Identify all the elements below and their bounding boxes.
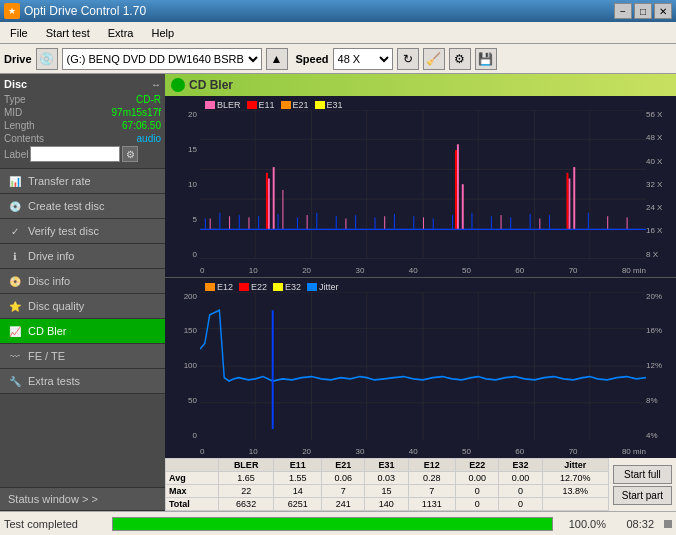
label-gear-button[interactable]: ⚙ [122,146,138,162]
sidebar-item-cd-bler[interactable]: 📈 CD Bler [0,319,165,344]
disc-type-value: CD-R [136,94,161,105]
stats-avg-bler: 1.65 [218,472,274,485]
stats-max-e21: 7 [322,485,365,498]
save-button[interactable]: 💾 [475,48,497,70]
x-label-0: 0 [200,266,204,275]
transfer-rate-icon: 📊 [8,174,22,188]
menu-start-test[interactable]: Start test [38,25,98,41]
svg-rect-43 [455,150,457,229]
start-part-button[interactable]: Start part [613,486,672,505]
sidebar-item-extra-tests-label: Extra tests [28,375,80,387]
chart-container: BLER E11 E21 E31 [165,96,676,511]
refresh-button[interactable]: ↻ [397,48,419,70]
minimize-button[interactable]: − [614,3,632,19]
stats-total-label: Total [166,498,219,511]
sidebar-item-disc-quality-label: Disc quality [28,300,84,312]
legend-e12-color [205,283,215,291]
sidebar-item-drive-info[interactable]: ℹ Drive info [0,244,165,269]
y-right-8pct: 8% [646,396,676,405]
start-full-button[interactable]: Start full [613,465,672,484]
disc-mid-value: 97m15s17f [112,107,161,118]
y-label-150: 150 [165,326,200,335]
svg-rect-26 [433,219,434,229]
stats-avg-e12: 0.28 [408,472,456,485]
stats-max-jitter: 13.8% [542,485,608,498]
lower-x-axis: 0 10 20 30 40 50 60 70 80 min [200,447,646,456]
drive-select[interactable]: (G:) BENQ DVD DD DW1640 BSRB [62,48,262,70]
stats-total-e32: 0 [499,498,542,511]
status-window-button[interactable]: Status window > > [0,487,165,511]
disc-label-key: Label [4,149,28,160]
eject-button[interactable]: ▲ [266,48,288,70]
maximize-button[interactable]: □ [634,3,652,19]
y-right-8x: 8 X [646,250,676,259]
fe-te-icon: 〰 [8,349,22,363]
legend-e21: E21 [281,100,309,110]
y-right-12pct: 12% [646,361,676,370]
start-buttons: Start full Start part [609,458,676,511]
sidebar-item-transfer-rate[interactable]: 📊 Transfer rate [0,169,165,194]
sidebar-item-extra-tests[interactable]: 🔧 Extra tests [0,369,165,394]
verify-test-disc-icon: ✓ [8,224,22,238]
disc-type-row: Type CD-R [4,94,161,105]
window-controls: − □ ✕ [614,3,672,19]
stats-total-e21: 241 [322,498,365,511]
sidebar-item-fe-te[interactable]: 〰 FE / TE [0,344,165,369]
stats-total-e31: 140 [365,498,408,511]
stats-area: BLER E11 E21 E31 E12 E22 E32 Jitter [165,458,676,511]
clear-button[interactable]: 🧹 [423,48,445,70]
disc-contents-value: audio [137,133,161,144]
close-button[interactable]: ✕ [654,3,672,19]
disc-length-value: 67:06.50 [122,120,161,131]
settings-button[interactable]: ⚙ [449,48,471,70]
lower-x-label-80min: 80 min [622,447,646,456]
legend-e32-color [273,283,283,291]
stats-total-e12: 1131 [408,498,456,511]
cd-bler-icon: 📈 [8,324,22,338]
x-label-80min: 80 min [622,266,646,275]
y-right-32x: 32 X [646,180,676,189]
sidebar-item-create-test-disc[interactable]: 💿 Create test disc [0,194,165,219]
status-bar: Test completed 100.0% 08:32 [0,511,676,535]
stats-total-jitter [542,498,608,511]
y-label-200: 200 [165,292,200,301]
legend-e22-color [239,283,249,291]
disc-panel: Disc ↔ Type CD-R MID 97m15s17f Length 67… [0,74,165,169]
disc-label-input[interactable] [30,146,120,162]
legend-e31-color [315,101,325,109]
disc-type-key: Type [4,94,26,105]
title-bar: ★ Opti Drive Control 1.70 − □ ✕ [0,0,676,22]
svg-rect-44 [566,173,568,229]
svg-rect-18 [278,214,279,229]
stats-max-bler: 22 [218,485,274,498]
sidebar-item-disc-quality[interactable]: ⭐ Disc quality [0,294,165,319]
x-label-50: 50 [462,266,471,275]
legend-e11: E11 [247,100,275,110]
upper-x-axis: 0 10 20 30 40 50 60 70 80 min [200,266,646,275]
svg-rect-20 [316,213,317,229]
drive-info-icon: ℹ [8,249,22,263]
disc-label-row: Label ⚙ [4,146,161,162]
menu-help[interactable]: Help [143,25,182,41]
sidebar-item-verify-test-disc[interactable]: ✓ Verify test disc [0,219,165,244]
speed-select[interactable]: 48 X [333,48,393,70]
svg-rect-15 [219,213,220,229]
menu-extra[interactable]: Extra [100,25,142,41]
stats-total-bler: 6632 [218,498,274,511]
disc-arrow-icon[interactable]: ↔ [151,79,161,90]
stats-total-row: Total 6632 6251 241 140 1131 0 0 [166,498,609,511]
sidebar-item-cd-bler-label: CD Bler [28,325,67,337]
sidebar-item-transfer-rate-label: Transfer rate [28,175,91,187]
legend-e31: E31 [315,100,343,110]
x-label-10: 10 [249,266,258,275]
menu-file[interactable]: File [2,25,36,41]
stats-max-e12: 7 [408,485,456,498]
legend-e32: E32 [273,282,301,292]
sidebar-item-disc-info[interactable]: 📀 Disc info [0,269,165,294]
legend-e21-color [281,101,291,109]
lower-x-label-0: 0 [200,447,204,456]
svg-rect-51 [423,217,424,228]
disc-mid-key: MID [4,107,22,118]
legend-bler-color [205,101,215,109]
drive-icon-btn: 💿 [36,48,58,70]
